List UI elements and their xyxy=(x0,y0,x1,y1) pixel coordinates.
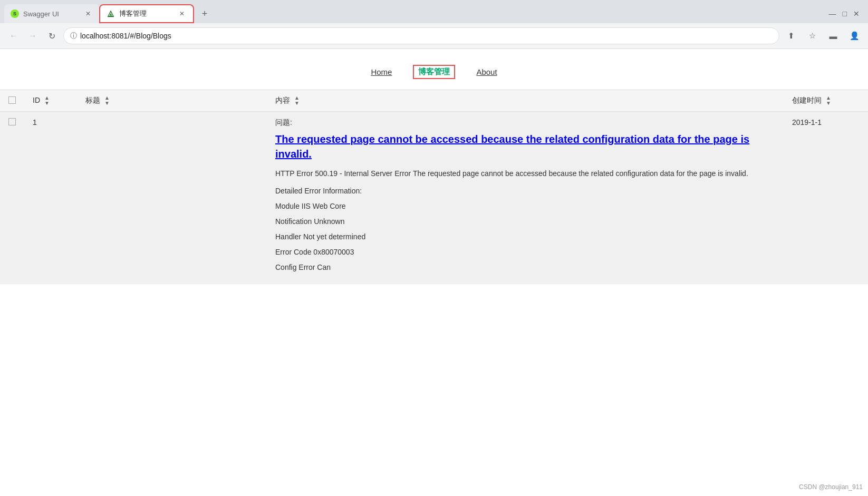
site-navigation: Home 博客管理 About xyxy=(0,49,868,90)
content-sort-icon[interactable]: ▲ ▼ xyxy=(294,95,300,106)
row-id: 1 xyxy=(24,112,77,284)
detail-error-code: Error Code 0x80070003 xyxy=(275,247,775,258)
row-title xyxy=(77,112,267,284)
profile-icon: 👤 xyxy=(850,31,860,41)
row-content: 问题: The requested page cannot be accesse… xyxy=(267,112,784,284)
profile-button[interactable]: 👤 xyxy=(847,28,862,43)
col-date-label: 创建时间 xyxy=(792,96,822,104)
blog-favicon-icon xyxy=(107,9,115,18)
tab-bar: S Swagger UI ✕ 博客管理 ✕ + — □ ✕ xyxy=(0,0,868,23)
window-close-button[interactable]: ✕ xyxy=(853,9,860,18)
table-body: 1 问题: The requested page cannot be acces… xyxy=(0,112,868,284)
tab-blog-title: 博客管理 xyxy=(119,9,173,18)
nav-about[interactable]: About xyxy=(476,67,497,76)
col-title-label: 标题 xyxy=(85,96,100,104)
nav-blog-management[interactable]: 博客管理 xyxy=(413,65,455,79)
problem-label: 问题: xyxy=(275,118,775,128)
tab-close-swagger[interactable]: ✕ xyxy=(83,9,93,18)
forward-icon: → xyxy=(28,31,37,41)
detail-config-error: Config Error Can xyxy=(275,262,775,273)
share-icon: ⬆ xyxy=(788,31,795,41)
table-header: ID ▲ ▼ 标题 ▲ ▼ 内容 ▲ xyxy=(0,90,868,112)
row-checkbox[interactable] xyxy=(8,118,16,125)
select-all-checkbox[interactable] xyxy=(8,96,16,104)
title-sort-icon[interactable]: ▲ ▼ xyxy=(104,95,110,106)
back-icon: ← xyxy=(9,31,18,41)
tab-blog[interactable]: 博客管理 ✕ xyxy=(99,4,194,23)
share-button[interactable]: ⬆ xyxy=(784,28,798,43)
address-bar-row: ← → ↻ ⓘ localhost:8081/#/Blog/Blogs ⬆ ☆ … xyxy=(0,23,868,48)
browser-chrome: S Swagger UI ✕ 博客管理 ✕ + — □ ✕ xyxy=(0,0,868,49)
col-content-label: 内容 xyxy=(275,96,290,104)
tab-swagger-title: Swagger UI xyxy=(23,10,79,18)
data-table: ID ▲ ▼ 标题 ▲ ▼ 内容 ▲ xyxy=(0,90,868,284)
address-text: localhost:8081/#/Blog/Blogs xyxy=(80,32,773,40)
footer-watermark: CSDN @zhoujian_911 xyxy=(799,483,863,491)
extensions-icon: ▬ xyxy=(830,32,837,41)
error-title-link[interactable]: The requested page cannot be accessed be… xyxy=(275,132,775,161)
col-id-label: ID xyxy=(33,96,40,104)
window-controls: — □ ✕ xyxy=(829,9,864,18)
detail-notification: Notification Unknown xyxy=(275,216,775,227)
address-bar-actions: ⬆ ☆ ▬ 👤 xyxy=(784,28,862,43)
swagger-favicon-icon: S xyxy=(11,9,19,18)
forward-button[interactable]: → xyxy=(25,28,40,43)
new-tab-button[interactable]: + xyxy=(196,5,213,22)
detail-header: Detailed Error Information: xyxy=(275,186,775,197)
date-sort-icon[interactable]: ▲ ▼ xyxy=(826,95,831,106)
nav-home[interactable]: Home xyxy=(371,67,392,76)
star-icon: ☆ xyxy=(809,31,816,41)
window-maximize-button[interactable]: □ xyxy=(843,9,847,18)
address-bar[interactable]: ⓘ localhost:8081/#/Blog/Blogs xyxy=(63,27,779,44)
detail-handler: Handler Not yet determined xyxy=(275,231,775,242)
id-sort-icon[interactable]: ▲ ▼ xyxy=(44,95,50,106)
error-description: HTTP Error 500.19 - Internal Server Erro… xyxy=(275,168,775,179)
row-date: 2019-1-1 xyxy=(784,112,868,284)
table-row: 1 问题: The requested page cannot be acces… xyxy=(0,112,868,284)
detail-module: Module IIS Web Core xyxy=(275,201,775,212)
lock-icon: ⓘ xyxy=(70,31,77,41)
extensions-button[interactable]: ▬ xyxy=(826,28,841,43)
window-minimize-button[interactable]: — xyxy=(829,9,836,18)
tab-close-blog[interactable]: ✕ xyxy=(177,9,187,18)
bookmark-button[interactable]: ☆ xyxy=(805,28,819,43)
back-button[interactable]: ← xyxy=(6,28,21,43)
reload-button[interactable]: ↻ xyxy=(44,28,59,43)
page-content: Home 博客管理 About ID ▲ ▼ 标题 xyxy=(0,49,868,496)
tab-swagger[interactable]: S Swagger UI ✕ xyxy=(4,4,99,23)
reload-icon: ↻ xyxy=(49,31,55,41)
